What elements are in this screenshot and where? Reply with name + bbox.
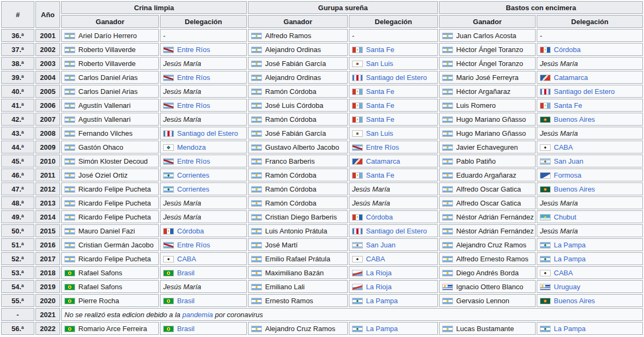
flag-icon-santiago-del-estero (352, 228, 363, 235)
flag-icon-ar (442, 33, 453, 39)
delegation-link[interactable]: Corrientes (177, 185, 209, 193)
cancelled-note-cell: No se realizó esta edicion debido a la p… (61, 308, 643, 321)
flag-icon-santiago-del-estero (352, 75, 363, 81)
table-row: 51.ª2016Cristian Germán JacoboEntre Ríos… (1, 238, 643, 251)
table-row: 39.ª2004Carlos Daniel AriasEntre RíosAle… (1, 71, 643, 84)
delegation-link[interactable]: Santa Fe (554, 101, 582, 109)
delegation-link[interactable]: Santiago del Estero (177, 129, 238, 137)
delegation-link[interactable]: CABA (554, 143, 573, 151)
flag-icon-ar (442, 89, 453, 95)
delegation-link[interactable]: Entre Ríos (177, 74, 210, 82)
flag-icon-br (64, 298, 75, 304)
flag-icon-ar (442, 61, 453, 67)
delegation-link[interactable]: CABA (554, 269, 573, 277)
delegation-link[interactable]: Córdoba (177, 227, 204, 235)
winner-name: Agustín Vallenari (78, 101, 130, 109)
delegation-link[interactable]: La Rioja (366, 283, 392, 291)
winner-cell: Emiliano Lali (248, 280, 348, 293)
delegation-link[interactable]: La Pampa (366, 325, 398, 333)
flag-icon-br (64, 326, 75, 332)
delegation-link[interactable]: Santa Fe (366, 171, 394, 179)
delegation-link[interactable]: Brasil (177, 325, 195, 333)
winner-name: Roberto Villaverde (78, 46, 136, 54)
flag-icon-entre-rios (352, 144, 363, 151)
delegation-link[interactable]: San Luis (366, 60, 393, 68)
host-delegation: Jesús María (540, 227, 578, 235)
delegation-link[interactable]: Buenos Aires (554, 115, 595, 123)
winner-cell: José Fabián García (248, 57, 348, 70)
pandemia-link[interactable]: pandemia (182, 311, 213, 319)
flag-icon-ar (251, 130, 262, 137)
delegation-link[interactable]: Entre Ríos (177, 157, 210, 165)
delegation-link[interactable]: Formosa (554, 171, 581, 179)
group-header-crina-limpia: Crina limpia (61, 1, 247, 14)
delegation-link[interactable]: La Rioja (366, 269, 392, 277)
delegation-link[interactable]: Buenos Aires (554, 185, 595, 193)
flag-icon-ar (442, 228, 453, 235)
winner-cell: Agustín Vallenari (61, 99, 159, 112)
winner-name: Hugo Mariano Gñasso (456, 115, 526, 123)
row-number: 50.ª (1, 224, 34, 237)
delegation-cell: Santa Fe (349, 43, 438, 56)
delegation-link[interactable]: Entre Ríos (177, 241, 210, 249)
delegation-link[interactable]: Buenos Aires (554, 297, 595, 305)
delegation-link[interactable]: Córdoba (366, 213, 393, 221)
delegation-link[interactable]: Santa Fe (366, 87, 394, 96)
delegation-link[interactable]: San Juan (366, 241, 396, 249)
delegation-link[interactable]: Chubut (554, 213, 576, 221)
delegation-link[interactable]: CABA (177, 255, 196, 263)
delegation-link[interactable]: Santiago del Estero (366, 227, 427, 235)
no-delegation: - (540, 32, 542, 40)
delegation-cell: Jesús María (537, 224, 643, 237)
delegation-link[interactable]: Santa Fe (366, 101, 394, 109)
delegation-link[interactable]: Catamarca (366, 157, 400, 165)
delegation-link[interactable]: Catamarca (554, 74, 588, 82)
row-number: 54.ª (1, 280, 34, 293)
flag-icon-formosa (540, 172, 551, 179)
row-number: 46.ª (1, 169, 34, 181)
delegation-link[interactable]: Entre Ríos (177, 46, 210, 54)
winner-cell: Roberto Villaverde (61, 57, 159, 70)
delegation-link[interactable]: Santa Fe (366, 115, 394, 123)
delegation-link[interactable]: CABA (366, 255, 385, 263)
delegation-link[interactable]: Santa Fe (366, 46, 394, 54)
row-number: 44.ª (1, 141, 34, 153)
winner-name: Gustavo Alberto Jacobo (265, 143, 339, 151)
delegation-link[interactable]: La Pampa (554, 241, 586, 249)
table-row: 48.ª2013Ricardo Felipe PuchetaJesús Marí… (1, 196, 643, 209)
winner-cell: Luis Romero (439, 99, 536, 112)
delegation-cell: Córdoba (349, 210, 438, 223)
winner-name: Carlos Daniel Arias (78, 74, 138, 82)
delegation-link[interactable]: Corrientes (177, 171, 209, 179)
delegation-link[interactable]: La Pampa (554, 255, 586, 263)
delegation-cell: - (537, 29, 643, 42)
delegation-link[interactable]: La Pampa (554, 325, 586, 333)
delegation-link[interactable]: San Luis (366, 129, 393, 137)
winner-cell: José Fabián García (248, 127, 348, 140)
flag-icon-ar (64, 102, 75, 109)
row-number: 39.ª (1, 71, 34, 84)
winner-cell: Alfredo Ramos (248, 29, 348, 42)
flag-icon-ar (64, 61, 75, 67)
flag-icon-ar (251, 256, 262, 262)
winner-cell: Héctor Argañaraz (439, 85, 536, 98)
delegation-link[interactable]: San Juan (554, 157, 583, 165)
flag-icon-caba (540, 270, 551, 276)
flag-icon-ar (64, 228, 75, 235)
winner-name: Ricardo Felipe Pucheta (78, 213, 151, 221)
delegation-link[interactable]: Brasil (177, 297, 195, 305)
delegation-link[interactable]: Entre Ríos (366, 143, 399, 151)
winner-cell: Alfredo Oscar Gatica (439, 196, 536, 209)
delegation-link[interactable]: Uruguay (554, 283, 580, 291)
flag-icon-ar (251, 228, 262, 235)
delegation-cell: - (160, 29, 247, 42)
delegation-link[interactable]: La Pampa (366, 297, 398, 305)
winner-name: Gastón Ohaco (78, 143, 123, 151)
delegation-link[interactable]: Santiago del Estero (366, 74, 427, 82)
delegation-link[interactable]: Santiago del Estero (554, 87, 614, 96)
delegation-link[interactable]: Brasil (177, 269, 195, 277)
delegation-link[interactable]: Entre Ríos (177, 101, 210, 109)
delegation-link[interactable]: Mendoza (177, 143, 206, 151)
delegation-link[interactable]: Córdoba (554, 46, 581, 54)
winner-name: Héctor Ángel Toranzo (456, 60, 523, 68)
